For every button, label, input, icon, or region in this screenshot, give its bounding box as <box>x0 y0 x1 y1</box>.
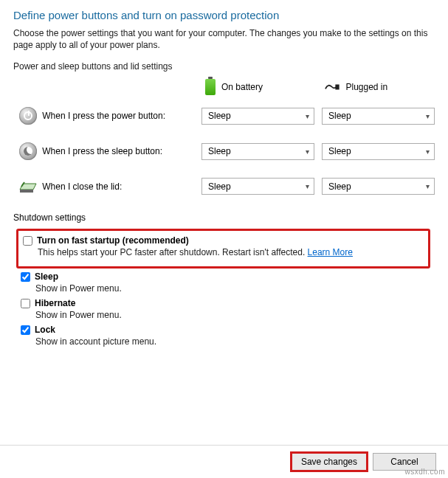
dropdown-value: Sleep <box>328 181 351 192</box>
fast-startup-highlight: Turn on fast startup (recommended) This … <box>16 229 430 269</box>
lid-plugged-in-dropdown[interactable]: Sleep ▾ <box>322 178 435 195</box>
fast-startup-desc: This helps start your PC faster after sh… <box>38 247 308 257</box>
column-on-battery-label: On battery <box>221 82 263 92</box>
sleep-checkbox[interactable] <box>21 272 30 282</box>
chevron-down-icon: ▾ <box>426 148 430 156</box>
sleep-button-label: When I press the sleep button: <box>42 146 201 156</box>
chevron-down-icon: ▾ <box>306 112 309 120</box>
learn-more-link[interactable]: Learn More <box>308 247 353 257</box>
dropdown-value: Sleep <box>328 146 351 156</box>
dropdown-value: Sleep <box>328 111 351 121</box>
svg-marker-2 <box>20 190 33 193</box>
svg-rect-0 <box>336 86 339 89</box>
buttons-lid-section-header: Power and sleep buttons and lid settings <box>13 61 435 72</box>
sleep-button-on-battery-dropdown[interactable]: Sleep ▾ <box>201 143 314 160</box>
shutdown-settings-header: Shutdown settings <box>13 212 435 223</box>
lid-icon <box>18 179 38 194</box>
watermark: wsxdh.com <box>404 468 445 476</box>
sleep-button-plugged-in-dropdown[interactable]: Sleep ▾ <box>322 143 435 160</box>
power-button-icon <box>19 107 37 125</box>
sleep-button-icon <box>19 142 37 160</box>
power-button-plugged-in-dropdown[interactable]: Sleep ▾ <box>322 108 435 125</box>
column-plugged-in: Plugged in <box>324 82 435 92</box>
lock-desc: Show in account picture menu. <box>35 336 435 347</box>
sleep-desc: Show in Power menu. <box>35 283 435 294</box>
battery-icon <box>205 79 216 95</box>
column-on-battery: On battery <box>205 79 317 95</box>
column-plugged-in-label: Plugged in <box>346 82 388 92</box>
hibernate-checkbox[interactable] <box>21 299 30 308</box>
lock-label: Lock <box>35 325 55 335</box>
fast-startup-label: Turn on fast startup (recommended) <box>37 235 189 246</box>
lock-checkbox[interactable] <box>21 325 30 335</box>
chevron-down-icon: ▾ <box>306 148 309 156</box>
dropdown-value: Sleep <box>208 181 231 192</box>
power-button-label: When I press the power button: <box>42 111 201 121</box>
save-changes-button[interactable]: Save changes <box>292 453 367 471</box>
lid-label: When I close the lid: <box>42 181 201 192</box>
chevron-down-icon: ▾ <box>426 182 430 190</box>
dropdown-value: Sleep <box>208 111 231 121</box>
plug-icon <box>324 82 340 92</box>
sleep-label: Sleep <box>35 271 58 282</box>
hibernate-label: Hibernate <box>35 298 75 308</box>
page-description: Choose the power settings that you want … <box>13 27 435 51</box>
chevron-down-icon: ▾ <box>306 182 309 190</box>
power-button-on-battery-dropdown[interactable]: Sleep ▾ <box>201 108 314 125</box>
fast-startup-checkbox[interactable] <box>23 236 32 246</box>
hibernate-desc: Show in Power menu. <box>35 310 435 320</box>
lid-on-battery-dropdown[interactable]: Sleep ▾ <box>201 178 314 195</box>
page-title: Define power buttons and turn on passwor… <box>13 9 435 21</box>
chevron-down-icon: ▾ <box>426 112 430 120</box>
dropdown-value: Sleep <box>208 146 231 156</box>
